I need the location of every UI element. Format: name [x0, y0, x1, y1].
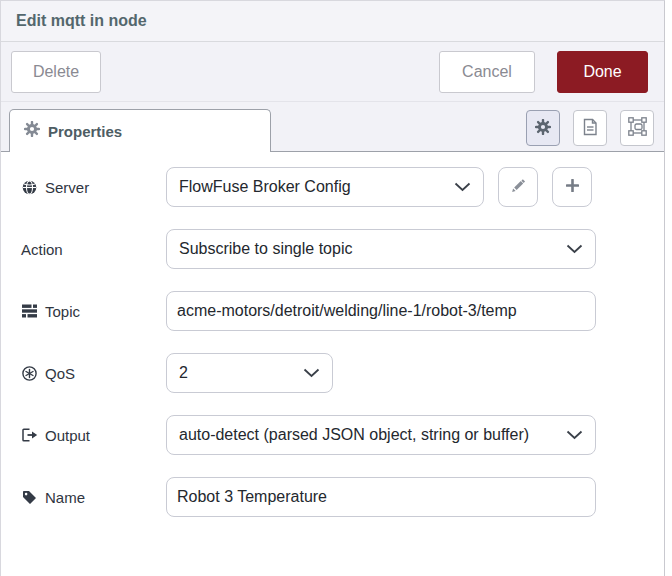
output-select[interactable]: auto-detect (parsed JSON object, string …: [166, 415, 596, 455]
tab-properties-label: Properties: [48, 123, 122, 140]
chevron-down-icon: [566, 426, 583, 444]
gear-icon: [535, 119, 551, 138]
tag-icon: [21, 490, 38, 505]
name-label: Name: [21, 489, 166, 506]
name-input[interactable]: [166, 477, 596, 517]
gear-icon: [24, 121, 40, 141]
topic-input[interactable]: [166, 291, 596, 331]
server-select-value: FlowFuse Broker Config: [179, 178, 446, 196]
globe-icon: [21, 180, 38, 195]
pane-buttons: [526, 110, 654, 146]
properties-form: Server FlowFuse Broker Config: [1, 152, 664, 517]
add-server-config-button[interactable]: [552, 167, 592, 207]
action-select[interactable]: Subscribe to single topic: [166, 229, 596, 269]
qos-select-value: 2: [179, 364, 295, 382]
tasks-icon: [21, 304, 38, 318]
chevron-down-icon: [566, 240, 583, 258]
qos-label: QoS: [21, 365, 166, 382]
tab-strip: Properties: [1, 102, 664, 152]
properties-pane-button[interactable]: [526, 110, 560, 146]
action-select-value: Subscribe to single topic: [179, 240, 558, 258]
plus-icon: [565, 178, 580, 196]
action-label: Action: [21, 241, 166, 258]
server-select[interactable]: FlowFuse Broker Config: [166, 167, 484, 207]
topic-label: Topic: [21, 303, 166, 320]
done-button[interactable]: Done: [557, 51, 648, 93]
topic-row: Topic: [21, 291, 664, 331]
output-row: Output auto-detect (parsed JSON object, …: [21, 415, 664, 455]
dialog-title: Edit mqtt in node: [16, 12, 147, 30]
sign-out-icon: [21, 428, 38, 442]
chevron-down-icon: [303, 364, 320, 382]
pencil-icon: [511, 178, 526, 196]
output-label: Output: [21, 427, 166, 444]
name-row: Name: [21, 477, 664, 517]
appearance-frame-icon: [628, 117, 647, 139]
edit-server-config-button[interactable]: [498, 167, 538, 207]
dialog-button-row: Delete Cancel Done: [1, 42, 664, 102]
delete-button[interactable]: Delete: [11, 51, 101, 93]
cancel-button[interactable]: Cancel: [439, 51, 535, 93]
server-row: Server FlowFuse Broker Config: [21, 167, 664, 207]
edit-mqtt-in-node-dialog: Edit mqtt in node Delete Cancel Done: [0, 0, 665, 576]
qos-select[interactable]: 2: [166, 353, 333, 393]
output-select-value: auto-detect (parsed JSON object, string …: [179, 426, 558, 444]
circled-asterisk-icon: [21, 366, 38, 381]
appearance-pane-button[interactable]: [620, 110, 654, 146]
description-pane-button[interactable]: [573, 110, 607, 146]
action-row: Action Subscribe to single topic: [21, 229, 664, 269]
document-icon: [582, 118, 598, 139]
dialog-title-bar: Edit mqtt in node: [1, 1, 664, 42]
tab-properties[interactable]: Properties: [9, 109, 271, 152]
chevron-down-icon: [454, 178, 471, 196]
server-label: Server: [21, 179, 166, 196]
qos-row: QoS 2: [21, 353, 664, 393]
